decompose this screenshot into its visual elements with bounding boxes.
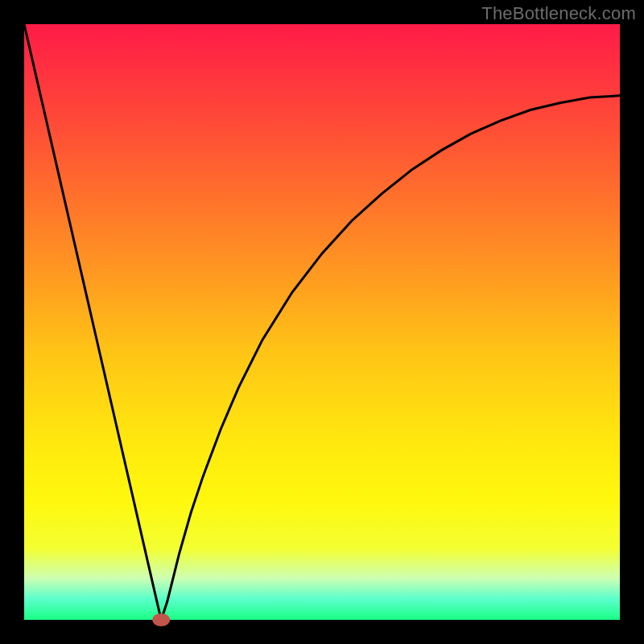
bottleneck-chart: [0, 0, 644, 644]
watermark-text: TheBottleneck.com: [481, 3, 636, 24]
chart-frame: TheBottleneck.com: [0, 0, 644, 644]
plot-background: [24, 24, 620, 620]
optimal-point-marker: [152, 613, 170, 626]
